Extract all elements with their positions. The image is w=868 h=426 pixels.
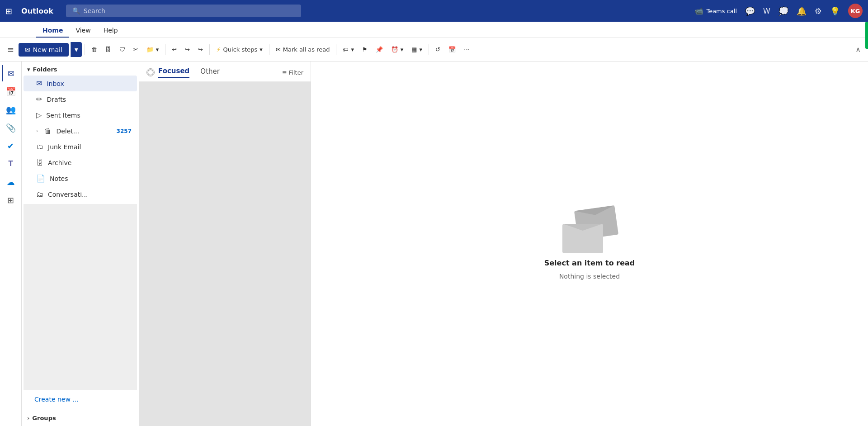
collapse-ribbon-button[interactable]: ∧	[852, 43, 864, 56]
video-icon: 📹	[694, 7, 703, 15]
select-all-button[interactable]	[146, 68, 155, 76]
waffle-icon[interactable]: ⊞	[5, 6, 12, 16]
quick-steps-button[interactable]: ⚡ Quick steps ▾	[212, 43, 266, 57]
separator-1	[85, 44, 85, 55]
chat-icon[interactable]: 💬	[745, 6, 755, 16]
tab-home[interactable]: Home	[36, 24, 69, 38]
sweep-button[interactable]: ✂	[130, 43, 142, 56]
move-button[interactable]: 📁▾	[143, 43, 163, 56]
nav-calendar[interactable]: 📅	[3, 83, 19, 99]
more-button[interactable]: ⋯	[460, 43, 473, 56]
undo-button[interactable]: ↩	[168, 43, 180, 56]
settings-icon[interactable]: ⚙	[815, 6, 822, 16]
word-icon[interactable]: W	[763, 7, 770, 15]
sidebar-item-deleted[interactable]: › 🗑 Delet... 3257	[24, 123, 137, 139]
app-name: Outlook	[21, 7, 53, 15]
sidebar-item-archive[interactable]: 🗄 Archive	[24, 155, 137, 170]
nav-teams[interactable]: T	[3, 156, 19, 172]
svg-point-0	[148, 70, 153, 75]
nav-apps[interactable]: ⊞	[3, 192, 19, 208]
envelope-open-icon: ✉	[276, 46, 281, 53]
sidebar-item-drafts[interactable]: ✏ Drafts	[24, 91, 137, 107]
conversations-label: Conversati...	[48, 191, 88, 198]
notes-label: Notes	[50, 175, 68, 182]
sidebar-item-sent[interactable]: ▷ Sent Items	[24, 107, 137, 123]
sidebar-item-inbox[interactable]: ✉ Inbox	[24, 76, 137, 91]
separator-5	[336, 44, 336, 55]
email-list: Focused Other ≡ Filter	[139, 62, 311, 426]
filter-label: Filter	[289, 69, 303, 76]
tab-focused[interactable]: Focused	[158, 67, 189, 78]
junk-icon: 🗂	[36, 142, 43, 151]
delete-button[interactable]: 🗑	[88, 43, 101, 56]
nav-files[interactable]: 📎	[3, 119, 19, 136]
nav-people[interactable]: 👥	[3, 101, 19, 118]
sent-label: Sent Items	[46, 112, 80, 119]
delete-icon: 🗑	[91, 46, 97, 53]
nav-mail[interactable]: ✉	[2, 65, 20, 81]
new-mail-button[interactable]: ✉ New mail	[19, 43, 69, 57]
drafts-icon: ✏	[36, 95, 42, 104]
empty-state: Select an item to read Nothing is select…	[544, 208, 635, 280]
tab-view[interactable]: View	[69, 24, 97, 38]
new-mail-dropdown[interactable]: ▾	[71, 42, 82, 57]
redo-button[interactable]: ↪	[194, 43, 207, 56]
feedback-icon[interactable]: 💭	[778, 6, 788, 16]
email-list-body	[139, 82, 311, 426]
nothing-selected-label: Nothing is selected	[559, 273, 620, 280]
nav-tasks[interactable]: ✔	[3, 137, 19, 154]
nav-onedrive[interactable]: ☁	[3, 174, 19, 190]
deleted-icon: 🗑	[44, 127, 52, 135]
archive-button[interactable]: 🗄	[102, 43, 115, 56]
lightbulb-icon[interactable]: 💡	[830, 6, 840, 16]
archive-label: Archive	[48, 159, 71, 166]
search-box[interactable]: 🔍 Search	[66, 5, 301, 17]
archive-icon: 🗄	[105, 46, 111, 53]
junk-label: Junk Email	[48, 143, 81, 151]
teams-call-button[interactable]: 📹 Teams call	[694, 7, 737, 15]
categorize-button[interactable]: ▦▾	[408, 43, 426, 56]
flag-button[interactable]: ⚑	[359, 43, 371, 56]
notifications-icon[interactable]: 🔔	[797, 6, 807, 16]
new-mail-label: New mail	[33, 46, 62, 53]
sidebar-item-junk[interactable]: 🗂 Junk Email	[24, 139, 137, 155]
mark-all-read-label: Mark all as read	[283, 46, 330, 53]
snooze-button[interactable]: ⏰▾	[387, 43, 407, 56]
meeting-button[interactable]: 📅	[445, 43, 459, 56]
select-item-label: Select an item to read	[544, 259, 635, 267]
right-icons: 📹 Teams call 💬 W 💭 🔔 ⚙ 💡 KG	[694, 4, 863, 18]
sweep2-button[interactable]: ↺	[432, 43, 444, 56]
categorize-icon: ▦	[411, 46, 417, 53]
groups-header[interactable]: › Groups	[22, 410, 139, 426]
sidebar-item-conversations[interactable]: 🗂 Conversati...	[24, 186, 137, 202]
folders-header[interactable]: ▾ Folders	[22, 62, 139, 76]
separator-4	[269, 44, 269, 55]
create-new-link[interactable]: Create new ...	[22, 392, 139, 407]
quick-steps-chevron: ▾	[259, 46, 263, 53]
move-chevron: ▾	[156, 46, 159, 53]
tab-other[interactable]: Other	[200, 67, 220, 77]
separator-2	[165, 44, 165, 55]
search-icon: 🔍	[72, 7, 80, 14]
deleted-label: Delet...	[56, 128, 79, 135]
archive-folder-icon: 🗄	[36, 158, 43, 167]
tab-help[interactable]: Help	[97, 24, 124, 38]
tag-button[interactable]: 🏷▾	[339, 43, 358, 56]
main-content: ✉ 📅 👥 📎 ✔ T ☁ ⊞ ▾ Folders ✉ Inbox ✏ Draf…	[0, 62, 868, 426]
clock-icon: ⏰	[391, 46, 398, 53]
reply-all-button[interactable]: ↩	[181, 43, 193, 56]
hamburger-button[interactable]: ≡	[4, 42, 18, 57]
pin-button[interactable]: 📌	[372, 43, 387, 56]
sidebar-item-notes[interactable]: 📄 Notes	[24, 170, 137, 186]
avatar[interactable]: KG	[848, 4, 863, 18]
mark-all-read-button[interactable]: ✉ Mark all as read	[272, 43, 334, 56]
title-bar: ⊞ Outlook 🔍 Search 📹 Teams call 💬 W 💭 🔔 …	[0, 0, 868, 22]
filter-button[interactable]: ≡ Filter	[282, 69, 303, 76]
tag-icon: 🏷	[343, 46, 349, 53]
deleted-chevron: ›	[36, 128, 38, 134]
report-button[interactable]: 🛡	[116, 43, 129, 56]
separator-6	[429, 44, 429, 55]
undo-icon: ↩	[172, 46, 177, 53]
sidebar: ▾ Folders ✉ Inbox ✏ Drafts ▷ Sent Items …	[22, 62, 139, 426]
deleted-badge: 3257	[117, 128, 132, 134]
